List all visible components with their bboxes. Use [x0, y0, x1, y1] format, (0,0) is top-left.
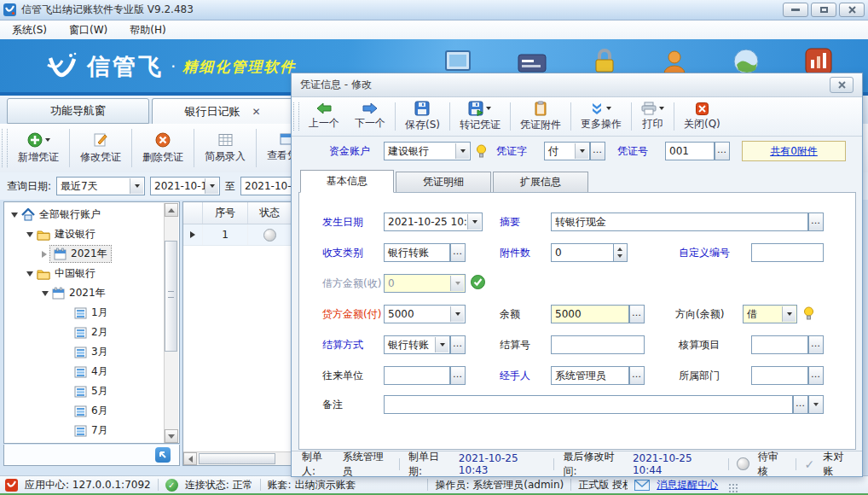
spin-up-icon[interactable] — [617, 248, 622, 251]
bulb-icon[interactable] — [476, 144, 487, 161]
expander-open-icon[interactable] — [11, 213, 18, 218]
partner-input[interactable] — [384, 366, 450, 385]
prev-button[interactable]: 上一个 — [301, 97, 347, 136]
print-dropdown-caret[interactable] — [659, 107, 664, 110]
settle-dropdown-icon[interactable] — [435, 337, 448, 352]
tree-item-all-accounts[interactable]: 全部银行账户 — [4, 205, 179, 224]
tree-item-month-2[interactable]: 2月 — [4, 323, 179, 342]
voucher-no-input[interactable]: 001 — [665, 142, 715, 160]
summary-input[interactable]: 转银行现金 — [551, 213, 808, 231]
query-from-input[interactable]: 2021-10-18 — [150, 177, 220, 195]
transfer-voucher-button[interactable]: 转记凭证 — [452, 97, 508, 136]
settle-no-input[interactable] — [551, 335, 645, 354]
tree-item-month-4[interactable]: 4月 — [4, 362, 179, 381]
account-dropdown-icon[interactable] — [455, 143, 469, 159]
settle-method-select[interactable]: 银行转账 — [384, 335, 450, 354]
scroll-down-icon[interactable] — [165, 429, 178, 443]
tree-item-month-7[interactable]: 7月 — [4, 421, 179, 440]
department-input[interactable] — [751, 366, 808, 385]
tree-item-month-5[interactable]: 5月 — [4, 381, 179, 401]
partner-ellipsis-button[interactable]: … — [450, 366, 466, 385]
tree-item-boc-2021[interactable]: 2021年 — [4, 283, 179, 303]
message-center-link[interactable]: 消息提醒中心 — [657, 478, 718, 492]
direction-bulb-icon[interactable] — [803, 306, 814, 323]
resize-grip[interactable] — [728, 483, 738, 493]
tree-scrollbar[interactable] — [164, 203, 178, 443]
word-dropdown-icon[interactable] — [575, 143, 588, 159]
tree-item-month-3[interactable]: 3月 — [4, 342, 179, 362]
credit-input[interactable]: 5000 — [384, 305, 466, 323]
tab-nav-window[interactable]: 功能导航窗 — [7, 98, 149, 124]
add-voucher-button[interactable]: 新增凭证 — [9, 124, 67, 172]
attach-count-input[interactable]: 0 — [551, 243, 614, 262]
from-dropdown-icon[interactable] — [205, 178, 218, 194]
balance-input[interactable]: 5000 — [551, 305, 629, 323]
query-preset-select[interactable]: 最近7天 — [56, 177, 145, 195]
next-button[interactable]: 下一个 — [347, 97, 393, 136]
spin-down-icon[interactable] — [617, 254, 622, 258]
date-dropdown-icon[interactable] — [467, 214, 481, 230]
expander-open-icon[interactable] — [26, 232, 33, 237]
custom-no-input[interactable] — [751, 243, 824, 262]
more-actions-button[interactable]: 更多操作 — [573, 97, 629, 136]
summary-ellipsis-button[interactable]: … — [808, 213, 824, 231]
direction-dropdown-icon[interactable] — [782, 306, 796, 322]
attach-count-spinner[interactable] — [614, 243, 628, 262]
tree-item-month-1[interactable]: 1月 — [4, 303, 179, 323]
tab-bank-journal[interactable]: 银行日记账 ✕ — [152, 98, 293, 124]
expander-open-icon[interactable] — [42, 291, 49, 296]
project-ellipsis-button[interactable]: … — [808, 335, 824, 354]
note-input[interactable] — [384, 395, 793, 414]
voucher-word-select[interactable]: 付 — [544, 142, 590, 160]
credit-dropdown-icon[interactable] — [450, 306, 464, 322]
maximize-button[interactable] — [811, 3, 836, 17]
settle-ellipsis-button[interactable]: … — [450, 335, 466, 354]
note-dropdown-button[interactable] — [808, 395, 824, 414]
expander-closed-icon[interactable] — [42, 251, 47, 258]
scroll-left-icon[interactable] — [183, 452, 197, 465]
attachment-count-link[interactable]: 共有0附件 — [770, 144, 818, 159]
tab-basic-info[interactable]: 基本信息 — [300, 170, 394, 193]
collapse-panel-button[interactable] — [155, 447, 171, 463]
tree-item-ccb[interactable]: 建设银行 — [4, 224, 179, 244]
category-input[interactable]: 银行转账 — [384, 243, 450, 262]
dialog-close-toolbar-button[interactable]: 关闭(Q) — [676, 97, 728, 136]
delete-voucher-button[interactable]: 删除凭证 — [134, 124, 192, 172]
minimize-button[interactable] — [783, 3, 808, 17]
expander-open-icon[interactable] — [26, 271, 33, 277]
scroll-up-icon[interactable] — [165, 203, 178, 217]
scrollbar-thumb[interactable] — [165, 241, 177, 352]
tree-item-boc[interactable]: 中国银行 — [4, 264, 179, 283]
more-dropdown-caret[interactable] — [606, 107, 611, 110]
close-button[interactable] — [839, 3, 865, 17]
print-button[interactable]: 打印 — [634, 97, 672, 136]
menu-window[interactable]: 窗口(W) — [69, 23, 107, 38]
note-ellipsis-button[interactable]: … — [793, 395, 808, 414]
voucher-attachment-button[interactable]: 凭证附件 — [512, 97, 569, 136]
tab-extended-info[interactable]: 扩展信息 — [493, 172, 588, 193]
balance-ellipsis-button[interactable]: … — [629, 305, 645, 323]
voucher-no-ellipsis-button[interactable]: … — [715, 142, 730, 160]
category-ellipsis-button[interactable]: … — [450, 243, 466, 262]
menu-help[interactable]: 帮助(H) — [130, 23, 165, 38]
handler-ellipsis-button[interactable]: … — [629, 366, 645, 385]
date-input[interactable]: 2021-10-25 10:43 — [384, 213, 483, 231]
save-button[interactable]: 保存(S) — [397, 97, 448, 136]
hscrollbar-thumb[interactable] — [199, 453, 275, 464]
mail-icon[interactable] — [634, 480, 650, 491]
modify-voucher-button[interactable]: 修改凭证 — [72, 124, 130, 172]
tree-item-month-6[interactable]: 6月 — [4, 401, 179, 421]
seq-header-cell[interactable]: 序号 — [203, 202, 248, 224]
quick-entry-button[interactable]: 简易录入 — [196, 124, 254, 172]
tab-close-icon[interactable]: ✕ — [252, 106, 260, 118]
handler-input[interactable]: 系统管理员 — [551, 366, 629, 385]
preset-dropdown-icon[interactable] — [130, 178, 143, 194]
transfer-dropdown-caret[interactable] — [486, 107, 491, 110]
department-ellipsis-button[interactable]: … — [808, 366, 824, 385]
menu-system[interactable]: 系统(S) — [12, 23, 47, 38]
direction-select[interactable]: 借 — [743, 305, 797, 323]
status-header-cell[interactable]: 状态 — [248, 202, 292, 224]
tree-item-ccb-2021[interactable]: 2021年 — [4, 244, 179, 264]
project-input[interactable] — [751, 335, 808, 354]
dialog-close-button[interactable] — [830, 77, 854, 93]
